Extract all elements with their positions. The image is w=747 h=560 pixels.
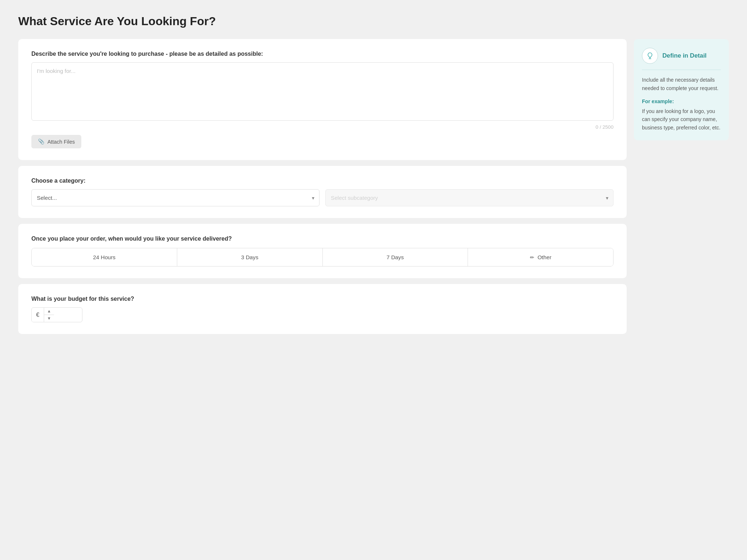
delivery-label: Once you place your order, when would yo… <box>31 236 614 242</box>
sidebar-example-label: For example: <box>642 97 721 106</box>
sidebar-title: Define in Detail <box>662 52 707 59</box>
delivery-options: 24 Hours 3 Days 7 Days ✏ Other <box>31 248 614 267</box>
currency-symbol: € <box>32 308 44 322</box>
page-title: What Service Are You Looking For? <box>18 15 729 28</box>
delivery-7d-button[interactable]: 7 Days <box>323 248 468 266</box>
sidebar-card: Define in Detail Include all the necessa… <box>634 39 729 140</box>
subcategory-select[interactable]: Select subcategory <box>325 189 614 206</box>
delivery-other-label: Other <box>538 254 551 260</box>
budget-card: What is your budget for this service? € … <box>18 284 627 334</box>
char-count: 0 / 2500 <box>31 124 614 130</box>
budget-stepper: ▲ ▼ <box>44 308 54 322</box>
delivery-card: Once you place your order, when would yo… <box>18 224 627 278</box>
main-column: Describe the service you're looking to p… <box>18 39 627 334</box>
sidebar: Define in Detail Include all the necessa… <box>634 39 729 140</box>
budget-label: What is your budget for this service? <box>31 296 614 302</box>
category-card: Choose a category: Select... ▾ Select su… <box>18 166 627 218</box>
delivery-other-button[interactable]: ✏ Other <box>468 248 613 266</box>
subcategory-select-wrapper: Select subcategory ▾ <box>325 189 614 206</box>
category-select-wrapper: Select... ▾ <box>31 189 320 206</box>
attach-label: Attach Files <box>47 139 75 145</box>
budget-decrement-button[interactable]: ▼ <box>44 315 54 322</box>
budget-increment-button[interactable]: ▲ <box>44 308 54 315</box>
paperclip-icon: 📎 <box>38 139 44 145</box>
category-select[interactable]: Select... <box>31 189 320 206</box>
delivery-24h-button[interactable]: 24 Hours <box>32 248 177 266</box>
budget-input-wrapper: € ▲ ▼ <box>31 307 82 322</box>
main-layout: Describe the service you're looking to p… <box>18 39 729 334</box>
description-card: Describe the service you're looking to p… <box>18 39 627 160</box>
sidebar-header: Define in Detail <box>642 48 721 70</box>
category-row: Select... ▾ Select subcategory ▾ <box>31 189 614 206</box>
description-textarea[interactable] <box>31 62 614 121</box>
description-label: Describe the service you're looking to p… <box>31 51 614 57</box>
sidebar-body: Include all the necessary details needed… <box>642 76 721 132</box>
bulb-icon-wrapper <box>642 48 658 64</box>
delivery-3d-button[interactable]: 3 Days <box>177 248 323 266</box>
sidebar-body-text: Include all the necessary details needed… <box>642 77 719 91</box>
bulb-icon <box>646 52 654 60</box>
pencil-icon: ✏ <box>530 255 534 260</box>
category-label: Choose a category: <box>31 178 614 184</box>
attach-files-button[interactable]: 📎 Attach Files <box>31 135 81 148</box>
sidebar-example-text: If you are looking for a logo, you can s… <box>642 108 720 131</box>
